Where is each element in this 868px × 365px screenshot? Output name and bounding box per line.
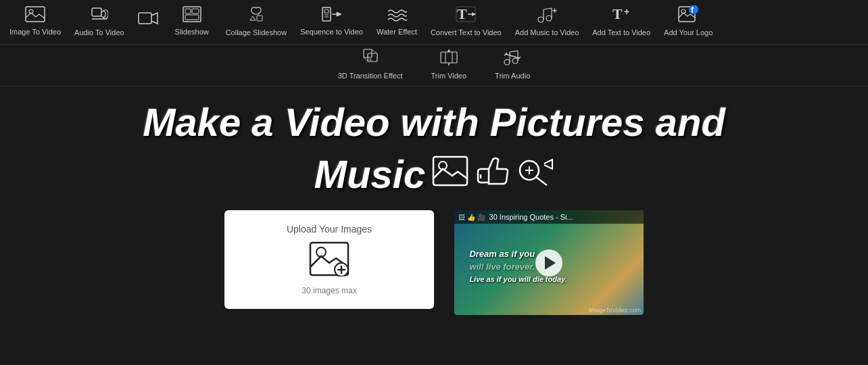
add-music-icon: + <box>537 5 557 26</box>
nav-label-trim-video: Trim Video <box>431 72 467 80</box>
hero-image-icon <box>432 155 468 193</box>
upload-image-icon <box>309 241 349 276</box>
svg-text:T: T <box>612 5 623 22</box>
video-title-bar: 🖼 👍 🎥 30 Inspiring Quotes - Si... <box>454 210 644 224</box>
nav-item-video-camera[interactable] <box>131 0 165 44</box>
nav-label-water-effect: Water Effect <box>377 28 417 36</box>
svg-point-20 <box>538 17 544 22</box>
svg-point-43 <box>504 59 510 65</box>
svg-line-36 <box>364 57 368 62</box>
nav-label-add-your-logo: Add Your Logo <box>664 28 713 36</box>
nav-item-convert-text-to-video[interactable]: T Convert Text to Video <box>424 0 508 44</box>
3d-transition-icon: + <box>361 49 380 70</box>
add-logo-icon: f <box>678 5 698 26</box>
nav-label-audio-to-video: Audio To Video <box>74 28 124 36</box>
svg-rect-7 <box>192 9 199 14</box>
svg-point-21 <box>546 16 552 21</box>
content-area: Upload Your Images 30 images max 🖼 👍 🎥 3… <box>0 203 868 328</box>
nav-label-collage-slideshow: Collage Slideshow <box>226 28 287 36</box>
play-arrow <box>545 256 556 270</box>
video-title-text: 30 Inspiring Quotes - Si... <box>489 213 573 221</box>
nav-label-trim-audio: Trim Audio <box>495 72 530 80</box>
nav-item-water-effect[interactable]: Water Effect <box>370 0 424 44</box>
svg-rect-11 <box>324 9 329 13</box>
svg-line-55 <box>536 177 547 185</box>
nav-item-3d-transition[interactable]: + 3D Transition Effect <box>327 45 414 86</box>
svg-line-48 <box>506 54 519 58</box>
nav-item-collage-slideshow[interactable]: Collage Slideshow <box>219 0 294 44</box>
nav-label-add-music-to-video: Add Music to Video <box>515 28 579 36</box>
trim-video-icon <box>439 49 458 70</box>
svg-text:T: T <box>457 5 467 22</box>
audio-to-video-icon <box>91 5 108 26</box>
add-text-icon: T + <box>612 5 631 26</box>
hero-title: Make a Video with Pictures and Music <box>20 100 848 197</box>
svg-line-35 <box>372 49 377 53</box>
svg-rect-2 <box>92 8 101 16</box>
nav-item-add-your-logo[interactable]: f Add Your Logo <box>657 0 719 44</box>
image-to-video-icon <box>25 6 45 25</box>
video-footer: ImageToVideo.com <box>589 307 641 314</box>
svg-rect-51 <box>433 157 467 185</box>
nav-item-audio-to-video[interactable]: Audio To Video <box>68 0 131 44</box>
hero-section: Make a Video with Pictures and Music <box>0 87 868 203</box>
convert-text-icon: T <box>456 5 476 26</box>
nav-item-image-to-video[interactable]: Image To Video <box>3 0 68 44</box>
trim-audio-icon <box>503 49 522 70</box>
nav-label-convert-text-to-video: Convert Text to Video <box>431 28 502 36</box>
svg-line-47 <box>510 51 518 52</box>
top-navigation: Image To Video Audio To Video <box>0 0 868 45</box>
hero-thumbs-up-icon <box>475 154 509 195</box>
hero-title-line2: Music <box>314 152 425 197</box>
nav-label-add-text-to-video: Add Text to Video <box>592 28 650 36</box>
nav-label-slideshow: Slideshow <box>175 28 209 36</box>
nav-item-trim-audio[interactable]: Trim Audio <box>484 45 541 86</box>
svg-line-24 <box>544 8 552 9</box>
video-camera-icon <box>138 11 158 28</box>
svg-text:+: + <box>368 57 372 64</box>
sequence-to-video-icon <box>322 6 342 25</box>
svg-text:+: + <box>552 6 557 16</box>
slideshow-icon <box>183 6 201 25</box>
upload-box[interactable]: Upload Your Images 30 images max <box>224 210 434 309</box>
svg-marker-15 <box>337 12 341 16</box>
nav-item-add-music-to-video[interactable]: + Add Music to Video <box>508 0 586 44</box>
svg-rect-6 <box>185 9 191 14</box>
svg-text:+: + <box>624 6 629 17</box>
hero-title-line1: Make a Video with Pictures and <box>20 100 848 145</box>
svg-rect-9 <box>257 16 262 21</box>
svg-rect-37 <box>441 52 457 63</box>
video-bar-icons: 🖼 👍 🎥 <box>458 214 485 221</box>
video-preview[interactable]: 🖼 👍 🎥 30 Inspiring Quotes - Si... Dream … <box>454 210 644 315</box>
nav-item-slideshow[interactable]: Slideshow <box>165 0 219 44</box>
nav-label-3d-transition: 3D Transition Effect <box>338 72 403 80</box>
upload-icon-wrap <box>309 241 349 279</box>
nav-label-sequence-to-video: Sequence to Video <box>300 28 363 36</box>
nav-label-image-to-video: Image To Video <box>9 28 61 36</box>
svg-rect-4 <box>139 13 151 24</box>
upload-label: Upload Your Images <box>287 224 372 235</box>
hero-video-search-icon <box>516 155 554 193</box>
video-play-button[interactable] <box>535 249 562 276</box>
water-effect-icon <box>387 6 407 25</box>
upload-max-label: 30 images max <box>302 286 356 295</box>
svg-rect-0 <box>26 7 45 22</box>
collage-slideshow-icon <box>247 5 265 26</box>
second-navigation: + 3D Transition Effect Trim Video <box>0 45 868 87</box>
nav-item-sequence-to-video[interactable]: Sequence to Video <box>293 0 370 44</box>
svg-rect-8 <box>185 15 199 20</box>
nav-item-trim-video[interactable]: Trim Video <box>420 45 478 86</box>
nav-item-add-text-to-video[interactable]: T + Add Text to Video <box>585 0 657 44</box>
svg-point-44 <box>512 58 518 64</box>
